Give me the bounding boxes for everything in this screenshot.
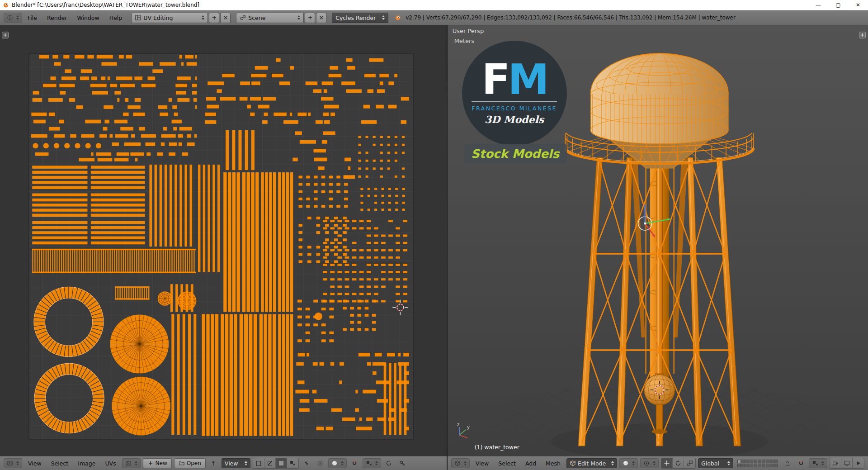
rotate-manipulator-button[interactable] [673,458,684,468]
v3d-menu-add[interactable]: Add [522,460,540,467]
render-shortcut-group [830,458,864,469]
scale-icon [687,460,693,466]
layer-cell[interactable] [774,464,778,467]
layer-cell[interactable] [770,464,774,467]
uv-menu-image[interactable]: Image [74,460,99,467]
mode-selector[interactable]: Edit Mode [566,458,617,468]
snap-toggle-button[interactable] [795,458,807,468]
viewport-canvas[interactable]: zy User Persp Meters (1) water_tower F M… [448,25,868,456]
play-animation-button[interactable] [853,458,864,468]
orientation-selector[interactable]: Global [698,458,733,468]
layers-widget[interactable] [737,460,778,467]
viewport-header: View Select Add Mesh Edit Mode [448,456,868,470]
layer-cell[interactable] [737,464,741,467]
svg-text:z: z [457,422,459,427]
uv-sphere-dropdown[interactable] [328,458,347,468]
fm-logo: F M FRANCESCO MILANESE 3D Models [462,41,567,146]
layer-cell[interactable] [745,460,749,463]
pin-button[interactable] [208,458,219,468]
dropdown-arrows-icon [653,461,656,465]
menu-help[interactable]: Help [105,14,127,21]
image-browse-dropdown[interactable] [122,458,141,468]
add-scene-button[interactable] [305,13,315,23]
opengl-render-button[interactable] [830,458,841,468]
dropdown-arrows-icon [245,461,247,465]
proportional-edit-button[interactable] [315,458,326,468]
info-editor-type-dropdown[interactable] [4,13,22,23]
v3d-menu-select[interactable]: Select [495,460,519,467]
region-expand-icon[interactable] [859,32,866,38]
pivot-selector[interactable] [640,458,659,468]
stock-models-banner: Stock Models [464,144,567,164]
layer-cell[interactable] [750,460,753,463]
layer-cell[interactable] [750,464,753,467]
screen-layout-selector[interactable]: UV Editing [131,13,208,23]
play-icon [855,460,862,466]
shading-selector[interactable] [619,458,638,468]
snap-toggle-button[interactable] [349,458,360,468]
fm-letter-f: F [481,61,508,100]
uv-editor-canvas[interactable] [0,25,447,456]
snap-element-dropdown[interactable] [809,458,827,468]
layer-cell[interactable] [758,464,761,467]
v3d-menu-view[interactable]: View [472,460,493,467]
uv-options-button[interactable] [397,458,408,468]
uv-menu-view[interactable]: View [24,460,45,467]
layer-cell[interactable] [770,460,774,463]
layer-cell[interactable] [754,464,757,467]
svg-text:y: y [467,425,470,430]
layer-cell[interactable] [754,460,757,463]
uv-menu-select[interactable]: Select [47,460,72,467]
render-engine-selector[interactable]: Cycles Render [332,13,388,23]
region-expand-icon[interactable] [2,32,9,38]
viewport-pane: zy User Persp Meters (1) water_tower F M… [448,25,868,470]
scale-manipulator-button[interactable] [684,458,695,468]
layer-cell[interactable] [766,464,769,467]
layer-cell[interactable] [741,464,745,467]
close-icon [222,14,229,21]
layer-cell[interactable] [745,464,749,467]
menu-render[interactable]: Render [42,14,72,21]
dropdown-arrows-icon [382,15,385,20]
layer-cell[interactable] [737,460,741,463]
viewport-editor-type-dropdown[interactable] [451,458,470,468]
snap-mode-dropdown[interactable] [363,458,381,468]
add-layout-button[interactable] [209,13,219,23]
menu-file[interactable]: File [23,14,42,21]
close-button[interactable]: ✕ [848,0,868,10]
opengl-animation-button[interactable] [841,458,853,468]
scene-selector[interactable]: Scene [236,13,304,23]
uv-select-edge-button[interactable] [264,458,276,468]
translate-manipulator-button[interactable] [661,458,673,468]
uv-menu-uvs[interactable]: UVs [101,460,119,467]
image-open-button[interactable]: Open [174,458,206,468]
maximize-button[interactable]: ▢ [828,0,848,10]
uv-select-island-button[interactable] [287,458,298,468]
delete-layout-button[interactable] [220,13,231,23]
layer-cell[interactable] [741,460,745,463]
uv-select-vertex-button[interactable] [253,458,264,468]
layer-cell[interactable] [766,460,769,463]
v3d-menu-mesh[interactable]: Mesh [542,460,564,467]
uv-select-face-button[interactable] [276,458,287,468]
uv-editor-type-dropdown[interactable] [4,458,22,468]
delete-scene-button[interactable] [316,13,326,23]
uv-view-dropdown[interactable]: View [222,458,250,468]
layer-cell[interactable] [758,460,761,463]
minimize-button[interactable]: — [808,0,828,10]
uv-sync-selection-button[interactable] [301,458,312,468]
workarea: View Select Image UVs New Open View [0,25,868,470]
lock-to-scene-button[interactable] [782,458,793,468]
layer-cell[interactable] [762,460,765,463]
dropdown-arrows-icon [375,461,378,465]
manipulator-group [661,458,696,469]
layer-cell[interactable] [762,464,765,467]
open-button-label: Open [187,460,201,466]
dropdown-arrows-icon [611,461,614,465]
snap-element-icon [366,460,372,466]
image-new-button[interactable]: New [143,458,172,468]
magnet-icon [798,460,804,466]
uv-rotate-tool-button[interactable] [383,458,395,468]
menu-window[interactable]: Window [72,14,104,21]
layer-cell[interactable] [774,460,778,463]
